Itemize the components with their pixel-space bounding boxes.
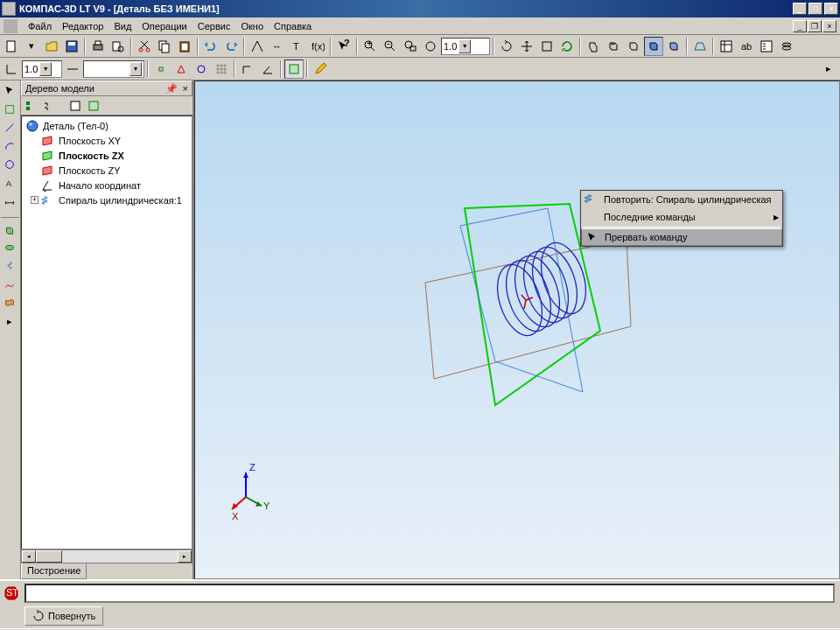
shaded-edges-button[interactable] <box>664 37 683 56</box>
copy-button[interactable] <box>155 37 174 56</box>
menu-file[interactable]: Файл <box>23 19 57 33</box>
line-style-button[interactable] <box>63 60 82 79</box>
tree-origin[interactable]: Начало координат <box>24 178 190 192</box>
layers-button[interactable] <box>777 37 796 56</box>
no-hidden-button[interactable] <box>624 37 643 56</box>
command-input[interactable] <box>24 584 835 603</box>
zoom-combo[interactable]: 1.0▼ <box>441 38 490 55</box>
arc-tool[interactable] <box>1 137 18 155</box>
tool-orient[interactable] <box>248 37 267 56</box>
mdi-restore-button[interactable]: ❐ <box>808 20 822 32</box>
step-combo[interactable]: 1.0▼ <box>22 60 62 78</box>
expand-tool[interactable]: ▸ <box>1 312 18 330</box>
3d-viewport[interactable]: Z Y X Повторить: Спираль цилиндрическая … <box>194 80 840 579</box>
refresh-button[interactable] <box>557 37 577 56</box>
tree-spiral[interactable]: + Спираль цилиндрическая:1 <box>24 192 190 207</box>
line-tool[interactable] <box>1 119 18 136</box>
edit-button[interactable] <box>311 60 330 79</box>
sketch-tool[interactable] <box>1 101 18 118</box>
menu-help[interactable]: Справка <box>269 19 317 33</box>
dropdown-arrow-icon[interactable]: ▼ <box>130 62 142 76</box>
snap-end[interactable] <box>151 60 171 79</box>
tool-fx[interactable]: f(x) <box>308 37 327 56</box>
circle-tool[interactable] <box>1 156 18 173</box>
paste-button[interactable] <box>175 37 194 56</box>
tool-dim[interactable]: ↔ <box>268 37 287 56</box>
perspective-button[interactable] <box>690 37 710 56</box>
menu-view[interactable]: Вид <box>108 19 136 33</box>
view-button-1[interactable] <box>537 37 556 56</box>
tree-tool-1[interactable] <box>22 97 39 115</box>
pin-icon[interactable]: 📌 <box>165 83 178 94</box>
menu-operations[interactable]: Операции <box>136 19 192 33</box>
zoom-in-button[interactable]: + <box>360 37 380 56</box>
tree-tab-build[interactable]: Построение <box>21 564 87 579</box>
close-button[interactable]: × <box>824 3 838 15</box>
snap-mid[interactable] <box>172 60 191 79</box>
mdi-minimize-button[interactable]: _ <box>793 20 807 32</box>
redo-button[interactable] <box>221 37 241 56</box>
save-button[interactable] <box>62 37 81 56</box>
zoom-fit-button[interactable] <box>421 37 440 56</box>
tool-text[interactable]: T <box>288 37 307 56</box>
tree-plane-zx[interactable]: Плоскость ZX <box>24 148 190 163</box>
wireframe-button[interactable] <box>584 37 603 56</box>
zoom-out-button[interactable]: - <box>381 37 400 56</box>
ctx-recent[interactable]: Последние команды ▶ <box>581 208 782 226</box>
dropdown-arrow[interactable]: ▾ <box>22 37 41 56</box>
dim-tool[interactable] <box>1 192 18 210</box>
curve-tool[interactable] <box>1 276 18 293</box>
tree-tool-2[interactable] <box>40 97 58 115</box>
variables-button[interactable]: ab <box>737 37 756 56</box>
tree-button[interactable] <box>757 37 776 56</box>
scroll-right-button[interactable]: ▸ <box>178 550 192 563</box>
spiral-tool[interactable] <box>1 257 18 275</box>
sketch-mode-button[interactable] <box>284 60 304 79</box>
model-tree[interactable]: Деталь (Тел-0) Плоскость XY Плоскость ZX… <box>21 116 192 550</box>
menu-window[interactable]: Окно <box>235 19 269 33</box>
properties-button[interactable] <box>717 37 736 56</box>
menu-service[interactable]: Сервис <box>192 19 236 33</box>
select-tool[interactable] <box>1 82 18 100</box>
maximize-button[interactable]: □ <box>808 3 822 15</box>
angle-button[interactable] <box>258 60 277 79</box>
tree-tool-3[interactable] <box>66 97 84 115</box>
hidden-lines-button[interactable] <box>604 37 623 56</box>
close-panel-icon[interactable]: × <box>183 83 188 94</box>
expand-icon[interactable]: + <box>31 196 38 204</box>
dropdown-arrow-icon[interactable]: ▼ <box>458 39 471 53</box>
menu-editor[interactable]: Редактор <box>57 19 108 33</box>
preview-button[interactable] <box>108 37 128 56</box>
pan-button[interactable] <box>517 37 536 56</box>
axis-button[interactable] <box>2 60 21 79</box>
tree-scrollbar[interactable]: ◂ ▸ <box>21 550 192 564</box>
ortho-button[interactable] <box>238 60 257 79</box>
scroll-thumb[interactable] <box>36 550 62 563</box>
surface-tool[interactable] <box>1 294 18 312</box>
style-combo[interactable]: ▼ <box>83 60 144 78</box>
tree-root[interactable]: Деталь (Тел-0) <box>24 118 190 133</box>
text-tool[interactable]: A <box>1 174 18 192</box>
zoom-window-button[interactable] <box>401 37 420 56</box>
print-button[interactable] <box>88 37 108 56</box>
ctx-abort[interactable]: Прервать команду <box>581 228 782 246</box>
snap-center[interactable] <box>192 60 211 79</box>
extrude-tool[interactable] <box>1 220 18 238</box>
shaded-button[interactable] <box>644 37 663 56</box>
ctx-repeat[interactable]: Повторить: Спираль цилиндрическая <box>581 191 782 208</box>
help-cursor-button[interactable]: ? <box>334 37 354 56</box>
more-button[interactable]: ▸ <box>819 60 838 79</box>
tree-plane-zy[interactable]: Плоскость ZY <box>24 163 190 178</box>
tree-tool-4[interactable] <box>85 97 102 115</box>
mdi-close-button[interactable]: × <box>822 20 836 32</box>
undo-button[interactable] <box>201 37 220 56</box>
new-button[interactable] <box>2 37 21 56</box>
revolve-tool[interactable] <box>1 239 18 256</box>
tree-plane-xy[interactable]: Плоскость XY <box>24 133 190 148</box>
scroll-left-button[interactable]: ◂ <box>22 550 36 563</box>
snap-grid[interactable] <box>212 60 231 79</box>
rotate-button[interactable] <box>497 37 516 56</box>
minimize-button[interactable]: _ <box>793 3 807 15</box>
command-tab-rotate[interactable]: Повернуть <box>24 606 103 626</box>
stop-button[interactable]: STOP <box>2 584 21 603</box>
